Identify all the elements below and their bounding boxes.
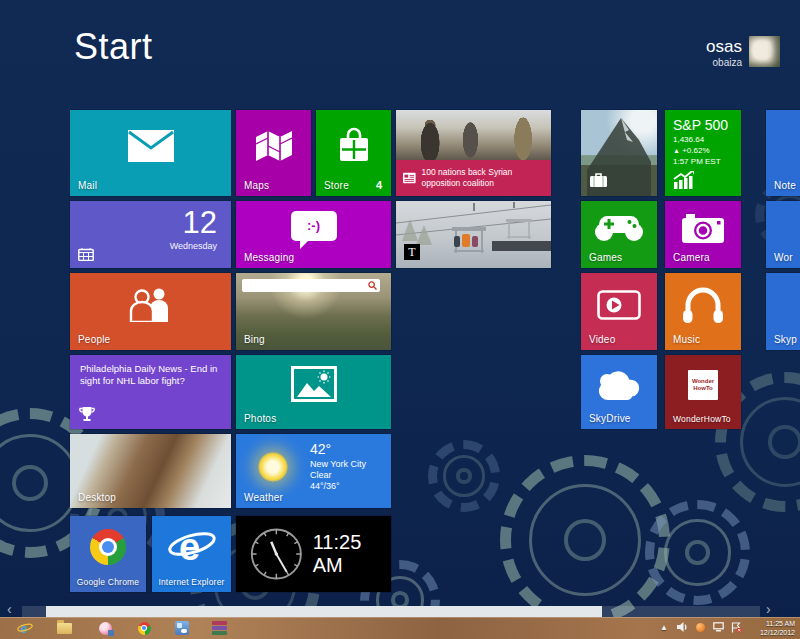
update-status-icon[interactable] (694, 620, 706, 634)
clock-digital-time: 11:25 AM (313, 531, 391, 577)
tile-label: Camera (673, 252, 710, 263)
search-icon (368, 281, 377, 290)
chrome-icon (90, 529, 126, 565)
weather-condition: Clear (310, 470, 366, 481)
photos-icon (291, 366, 337, 402)
tile-bing[interactable]: Bing (236, 273, 391, 350)
tile-finance[interactable]: S&P 500 1,436.64 ▲ +0.62% 1:57 PM EST (665, 110, 741, 196)
start-screen: Start osas obaiza Mail Maps (0, 0, 800, 639)
tile-label: Weather (244, 492, 283, 503)
tile-music[interactable]: Music (665, 273, 741, 350)
tile-label: Store (324, 180, 349, 191)
taskbar: e ▲ 11:25 AM 12/12/2012 (0, 617, 800, 639)
weather-temp: 42° (310, 441, 366, 459)
tile-label: Games (589, 252, 622, 263)
newspaper-icon (403, 171, 416, 185)
network-icon[interactable] (712, 620, 724, 634)
tile-label: SkyDrive (589, 413, 631, 424)
scrollbar-thumb[interactable] (46, 606, 602, 617)
tile-camera[interactable]: Camera (665, 201, 741, 268)
wonderhowto-logo-line1: Wonder (692, 378, 714, 385)
tile-nytimes[interactable]: T (396, 201, 551, 268)
tile-people[interactable]: People (70, 273, 231, 350)
weather-hi-lo: 44°/36° (310, 481, 366, 492)
mail-icon (128, 130, 174, 162)
news-photo (396, 110, 551, 160)
tile-label: Skyp (774, 334, 797, 345)
gear-icon (428, 440, 500, 512)
tile-google-chrome[interactable]: Google Chrome (70, 516, 146, 592)
tile-note-partial[interactable]: Note (766, 110, 800, 196)
tile-weather[interactable]: 42° New York City Clear 44°/36° Weather (236, 434, 391, 508)
tile-label: Mail (78, 180, 97, 191)
tile-video[interactable]: Video (581, 273, 657, 350)
tile-skydrive[interactable]: SkyDrive (581, 355, 657, 429)
tile-label: Note (774, 180, 796, 191)
tile-store[interactable]: Store 4 (316, 110, 391, 196)
analog-clock-icon (249, 525, 304, 583)
taskbar-blue-app-icon[interactable] (173, 619, 191, 637)
page-title: Start (74, 26, 153, 68)
tile-label: Desktop (78, 492, 116, 503)
wonderhowto-logo-line2: HowTo (693, 385, 713, 392)
calendar-day: 12 (183, 205, 217, 241)
messaging-emoticon: :-) (307, 218, 320, 233)
tile-label: Bing (244, 334, 265, 345)
tile-calendar[interactable]: 12 Wednesday (70, 201, 231, 268)
headphones-icon (682, 287, 724, 323)
tile-label: Maps (244, 180, 269, 191)
weather-city: New York City (310, 459, 366, 470)
store-icon (335, 127, 373, 165)
tile-sports[interactable]: Philadelphia Daily News - End in sight f… (70, 355, 231, 429)
messaging-icon: :-) (291, 211, 337, 241)
finance-change: +0.62% (682, 146, 709, 155)
tile-label: Google Chrome (70, 577, 146, 587)
tile-internet-explorer[interactable]: e Internet Explorer (152, 516, 231, 592)
sun-icon (258, 452, 288, 482)
tile-label: Photos (244, 413, 276, 424)
trophy-icon (79, 406, 95, 422)
calendar-weekday: Wednesday (170, 241, 217, 251)
up-arrow-icon: ▲ (673, 147, 680, 154)
cloud-icon (594, 369, 644, 401)
show-hidden-icons-arrow-icon[interactable]: ▲ (658, 620, 670, 634)
taskbar-internet-explorer-icon[interactable]: e (16, 619, 34, 637)
taskbar-chrome-icon[interactable] (135, 619, 153, 637)
video-icon (597, 290, 641, 320)
nytimes-logo: T (404, 244, 420, 260)
news-headline-band: 100 nations back Syrian opposition coali… (396, 160, 551, 196)
news-headline: 100 nations back Syrian opposition coali… (422, 167, 544, 190)
tile-label: Video (589, 334, 615, 345)
tile-travel[interactable] (581, 110, 657, 196)
tile-wonderhowto[interactable]: Wonder HowTo WonderHowTo (665, 355, 741, 429)
taskbar-date: 12/12/2012 (760, 628, 795, 637)
tile-photos[interactable]: Photos (236, 355, 391, 429)
action-center-flag-icon[interactable] (730, 620, 742, 634)
scroll-left-arrow-icon[interactable]: ‹ (7, 601, 12, 617)
taskbar-pink-app-icon[interactable] (96, 619, 114, 637)
tile-word-partial[interactable]: Wor (766, 201, 800, 268)
tile-mail[interactable]: Mail (70, 110, 231, 196)
tile-desktop[interactable]: Desktop (70, 434, 231, 508)
taskbar-file-explorer-icon[interactable] (55, 619, 73, 637)
nytimes-logo-letter: T (408, 245, 415, 260)
maps-icon (256, 130, 292, 162)
tile-games[interactable]: Games (581, 201, 657, 268)
taskbar-winrar-icon[interactable] (210, 619, 228, 637)
user-account[interactable]: osas obaiza (706, 36, 780, 68)
scroll-right-arrow-icon[interactable]: › (766, 601, 771, 617)
volume-icon[interactable] (676, 620, 688, 634)
finance-index-name: S&P 500 (673, 117, 733, 133)
tile-skype-partial[interactable]: Skyp (766, 273, 800, 350)
gear-icon (500, 455, 670, 625)
taskbar-clock[interactable]: 11:25 AM 12/12/2012 (760, 619, 795, 637)
tile-clock[interactable]: 11:25 AM (236, 516, 391, 592)
avatar (749, 36, 780, 67)
tile-messaging[interactable]: :-) Messaging (236, 201, 391, 268)
game-controller-icon (593, 212, 645, 244)
tile-news[interactable]: 100 nations back Syrian opposition coali… (396, 110, 551, 196)
finance-quote-time: 1:57 PM EST (673, 157, 733, 166)
tile-label: Messaging (244, 252, 294, 263)
user-subname: obaiza (706, 58, 742, 68)
tile-maps[interactable]: Maps (236, 110, 311, 196)
